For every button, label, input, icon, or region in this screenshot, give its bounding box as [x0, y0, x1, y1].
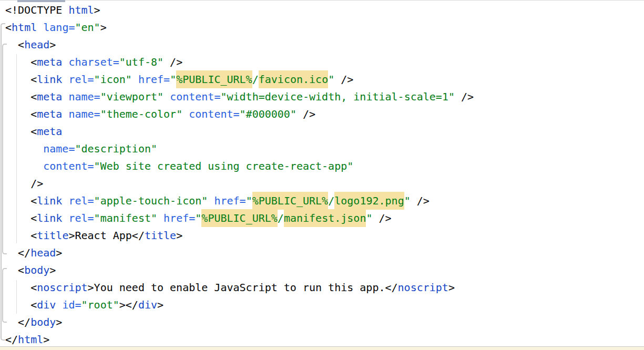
code-line[interactable]: <meta name="viewport" content="width=dev…	[5, 88, 644, 106]
code-token: /	[328, 194, 334, 207]
code-line[interactable]: <meta name="theme-color" content="#00000…	[5, 106, 644, 123]
code-token: title	[145, 229, 176, 242]
code-token: />	[297, 108, 315, 120]
code-token: />	[334, 73, 353, 86]
code-token: >You need to enable JavaScript to run th…	[88, 281, 398, 294]
code-line[interactable]: <link rel="apple-touch-icon" href="%PUBL…	[5, 192, 644, 210]
status-strip	[0, 347, 644, 350]
code-token: >	[448, 281, 455, 294]
code-line[interactable]: <head>	[5, 36, 644, 54]
code-token: %PUBLIC_URL%	[252, 192, 329, 210]
code-token	[62, 212, 68, 224]
code-token: >	[176, 229, 182, 242]
code-token: >	[43, 333, 49, 346]
code-line[interactable]: <title>React App</title>	[5, 227, 644, 244]
code-token: logo192.png	[334, 192, 404, 210]
code-line[interactable]: <div id="root"></div>	[5, 296, 644, 314]
code-token: >	[94, 4, 100, 16]
code-token: />	[455, 90, 474, 103]
code-token: content=	[170, 90, 220, 103]
code-token: "	[328, 73, 334, 86]
code-line[interactable]: <link rel="manifest" href="%PUBLIC_URL%/…	[5, 210, 644, 227]
code-line[interactable]: <link rel="icon" href="%PUBLIC_URL%/favi…	[5, 71, 644, 88]
code-lines[interactable]: <!DOCTYPE html><html lang="en"> <head> <…	[5, 2, 644, 348]
code-token: >	[56, 316, 62, 328]
top-border	[0, 0, 644, 1]
code-token: manifest.json	[284, 209, 366, 227]
code-token: <	[5, 38, 24, 51]
code-token: <	[5, 90, 37, 103]
code-token: >	[56, 246, 62, 259]
code-line[interactable]: <meta	[5, 123, 644, 140]
code-token: div	[37, 298, 56, 311]
code-token: />	[372, 212, 391, 224]
code-token	[182, 108, 189, 120]
code-token	[62, 56, 68, 68]
code-token: "utf-8"	[119, 56, 163, 68]
code-token	[5, 160, 43, 172]
code-token: "	[195, 212, 201, 224]
code-token: "#000000"	[240, 108, 297, 120]
code-token: content=	[189, 108, 239, 120]
code-token: >React App</	[68, 229, 145, 242]
code-line[interactable]: <meta charset="utf-8" />	[5, 54, 644, 71]
code-token: favicon.ico	[259, 70, 328, 88]
code-token	[56, 298, 62, 311]
code-token: "	[246, 194, 252, 207]
code-line[interactable]: content="Web site created using create-r…	[5, 158, 644, 175]
code-token: <	[5, 194, 37, 207]
code-token: "apple-touch-icon"	[94, 194, 208, 207]
code-token: charset=	[68, 56, 119, 68]
code-token: name=	[68, 108, 100, 120]
code-token: body	[30, 316, 56, 328]
code-token: "	[170, 73, 176, 86]
code-token: "viewport"	[100, 90, 163, 103]
code-token: rel=	[68, 194, 94, 207]
code-token: <	[5, 108, 37, 120]
code-token: %PUBLIC_URL%	[201, 209, 278, 227]
code-line[interactable]: />	[5, 175, 644, 192]
code-token: content=	[43, 160, 94, 172]
code-token: rel=	[68, 212, 94, 224]
code-token: </	[5, 333, 18, 346]
code-line[interactable]: <body>	[5, 262, 644, 279]
code-token: "root"	[81, 298, 119, 311]
code-line[interactable]: <!DOCTYPE html>	[5, 2, 644, 19]
code-token: <	[5, 298, 37, 311]
code-line[interactable]: </body>	[5, 314, 644, 331]
code-token: ></	[119, 298, 138, 311]
code-token: meta	[37, 56, 62, 68]
code-token: "Web site created using create-react-app…	[94, 160, 354, 172]
code-token: noscript	[398, 281, 448, 294]
code-editor[interactable]: <!DOCTYPE html><html lang="en"> <head> <…	[0, 0, 644, 350]
code-token: lang=	[43, 21, 75, 34]
code-token: href=	[138, 73, 170, 86]
code-token: "	[366, 212, 372, 224]
code-line[interactable]: name="description"	[5, 140, 644, 158]
code-token: "en"	[75, 21, 100, 34]
code-token: meta	[37, 90, 62, 103]
code-line[interactable]: </head>	[5, 244, 644, 262]
code-token	[132, 73, 138, 86]
code-token: href=	[163, 212, 195, 224]
code-line[interactable]: <html lang="en">	[5, 19, 644, 36]
code-token: <	[5, 281, 37, 294]
code-token: /	[252, 73, 259, 86]
code-token: div	[138, 298, 157, 311]
code-token: <	[5, 73, 37, 86]
code-token	[62, 194, 68, 207]
code-token	[5, 142, 43, 155]
code-token	[208, 194, 214, 207]
code-token: link	[37, 194, 62, 207]
code-token: name=	[43, 142, 75, 155]
code-token: "manifest"	[94, 212, 157, 224]
code-token: html	[18, 333, 43, 346]
code-token: <	[5, 125, 37, 138]
code-token	[163, 90, 170, 103]
code-token: <	[5, 229, 37, 242]
code-line[interactable]: <noscript>You need to enable JavaScript …	[5, 279, 644, 296]
code-token: link	[37, 212, 62, 224]
code-token: />	[163, 56, 182, 68]
code-token: />	[411, 194, 430, 207]
code-token: "width=device-width, initial-scale=1"	[220, 90, 455, 103]
